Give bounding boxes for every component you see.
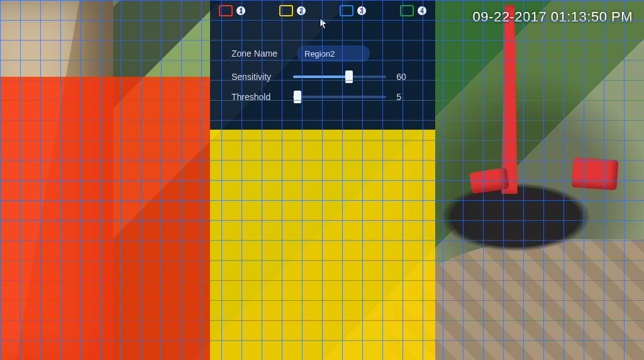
slider-thumb[interactable] xyxy=(294,91,301,103)
camera-scene: 1 2 3 4 Zone Name Sensitivity xyxy=(0,0,644,360)
timestamp-osd: 09-22-2017 01:13:50 PM xyxy=(473,9,633,25)
zone-color-swatch-icon xyxy=(340,5,353,16)
slider-thumb[interactable] xyxy=(345,70,353,83)
sensitivity-label: Sensitivity xyxy=(231,72,283,82)
sensitivity-value: 60 xyxy=(396,72,414,82)
threshold-value: 5 xyxy=(396,92,414,102)
zone-name-input[interactable] xyxy=(297,45,370,62)
slider-fill xyxy=(293,76,349,78)
zone-color-swatch-icon xyxy=(219,5,233,16)
threshold-slider[interactable] xyxy=(293,96,386,98)
sensitivity-slider[interactable] xyxy=(293,76,386,78)
threshold-label: Threshold xyxy=(231,92,283,102)
zone-tab-3[interactable]: 3 xyxy=(337,4,369,18)
zone-config-panel: 1 2 3 4 Zone Name Sensitivity xyxy=(210,0,435,130)
zone-tab-4[interactable]: 4 xyxy=(397,4,429,18)
zone-tab-number: 1 xyxy=(236,6,245,15)
zone-name-label: Zone Name xyxy=(231,48,287,59)
zone-tab-number: 3 xyxy=(357,6,366,15)
sensitivity-row: Sensitivity 60 xyxy=(210,67,435,87)
zone-color-swatch-icon xyxy=(400,5,414,16)
zone-tab-number: 4 xyxy=(418,6,426,15)
zone-region2-overlay[interactable] xyxy=(210,130,435,360)
zone-name-row: Zone Name xyxy=(210,40,435,67)
zone-color-swatch-icon xyxy=(279,5,293,16)
threshold-row: Threshold 5 xyxy=(210,87,435,107)
zone-tab-number: 2 xyxy=(297,6,306,15)
scene-umbrella xyxy=(489,5,530,194)
zone-region1-overlay[interactable] xyxy=(0,77,210,360)
zone-tab-1[interactable]: 1 xyxy=(216,4,248,18)
zone-tab-2[interactable]: 2 xyxy=(277,4,308,18)
zone-tab-bar: 1 2 3 4 xyxy=(210,0,435,19)
scene-cushion xyxy=(571,157,618,191)
